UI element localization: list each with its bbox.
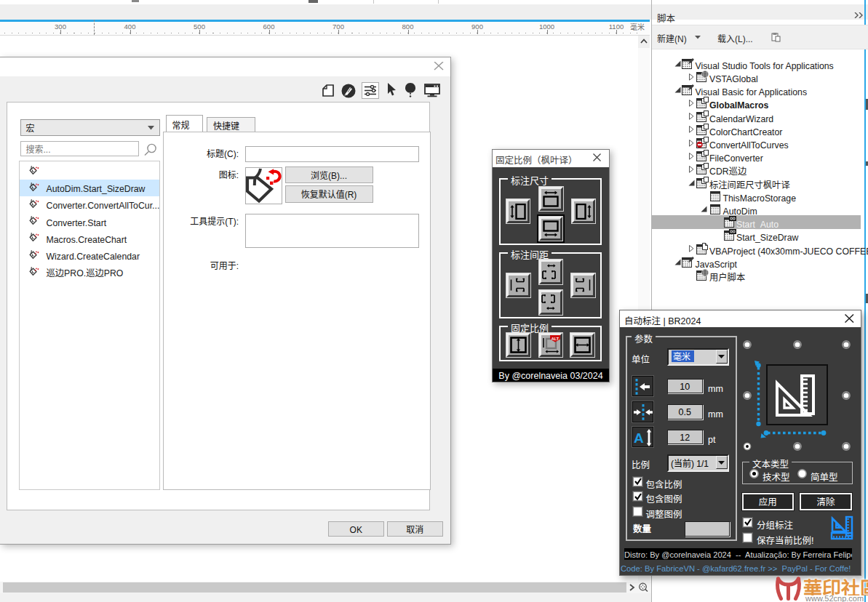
svg-text:A: A	[634, 430, 644, 446]
